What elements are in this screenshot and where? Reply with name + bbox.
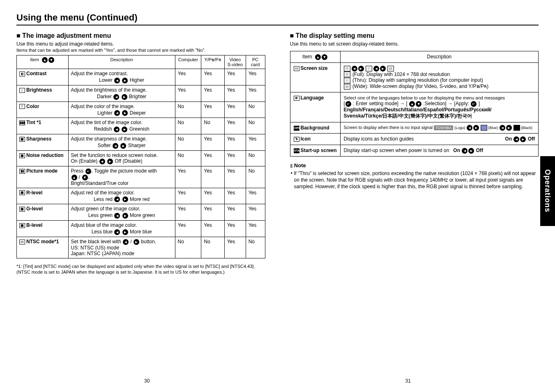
row-item: Noise reduction bbox=[26, 152, 64, 158]
val: Yes bbox=[224, 134, 246, 151]
right-icon bbox=[122, 213, 128, 219]
left-label: Darker bbox=[97, 94, 112, 99]
right-icon bbox=[506, 125, 512, 131]
lang-text: : Enter setting mode] → [ bbox=[352, 101, 409, 106]
table-row: ▭NTSC mode*1 Set the black level with / … bbox=[17, 237, 265, 258]
val: No bbox=[175, 134, 201, 151]
icon-desc: Display icons as function guides bbox=[344, 136, 414, 142]
right-icon bbox=[107, 159, 113, 164]
bg-black-label: (Black) bbox=[521, 126, 532, 130]
row-item: R-level bbox=[26, 190, 42, 196]
left-icon bbox=[462, 148, 467, 154]
blue-swatch-icon bbox=[481, 125, 487, 131]
table-row: ▮▮Picture mode Press . Toggle the pictur… bbox=[17, 166, 265, 188]
val: Yes bbox=[224, 188, 246, 204]
left-label: Lighter bbox=[97, 110, 113, 116]
val: No bbox=[175, 151, 201, 166]
header-description: Description bbox=[68, 55, 175, 69]
up-icon bbox=[409, 101, 415, 107]
left-icon bbox=[123, 239, 129, 245]
val: Yes bbox=[246, 188, 265, 204]
ntsc-text: US: NTSC (US) mode bbox=[71, 245, 119, 251]
val: Yes bbox=[201, 134, 224, 151]
table-row: ▩Sharpness Adjust the sharpness of the i… bbox=[17, 134, 265, 151]
sharpness-icon: ▩ bbox=[19, 137, 25, 142]
noise-icon: ▦ bbox=[19, 153, 25, 158]
glevel-icon: ▦ bbox=[19, 207, 25, 212]
table-header-row: Item Description Computer Y/Pʙ/Pʀ Video … bbox=[17, 55, 265, 69]
table-row: ⊕Language Select one of the languages be… bbox=[290, 92, 539, 122]
val: Yes bbox=[175, 188, 201, 204]
startup-desc: Display start-up screen when power is tu… bbox=[344, 148, 449, 153]
ntsc-text: Japan: NTSC (JAPAN) mode bbox=[71, 251, 135, 256]
val: Yes bbox=[201, 101, 224, 118]
down-icon bbox=[322, 54, 327, 60]
wide-text: (Wide): Wide-screen display (for Video, … bbox=[352, 83, 488, 89]
val2: Yes bbox=[224, 69, 246, 85]
val: Yes bbox=[246, 204, 265, 221]
val: Yes bbox=[224, 151, 246, 166]
val: Yes bbox=[201, 188, 224, 204]
down-icon bbox=[416, 101, 421, 107]
left-label: Less green bbox=[88, 212, 113, 218]
right-icon bbox=[520, 136, 526, 142]
row-item: Picture mode bbox=[26, 168, 58, 174]
right-icon bbox=[358, 66, 364, 71]
row-item: Sharpness bbox=[26, 136, 51, 142]
val: Yes bbox=[175, 85, 201, 101]
right-label: Sharper bbox=[128, 143, 146, 148]
right-label: Brighter bbox=[129, 94, 146, 99]
on-label: On bbox=[505, 136, 512, 142]
table-row: ▦G-level Adjust green of the image color… bbox=[17, 204, 265, 221]
right-label: Greenish bbox=[129, 126, 150, 132]
full-icon: □ bbox=[344, 71, 350, 77]
row-desc: Adjust the tint of the image color. bbox=[71, 120, 143, 125]
rlevel-icon: ▦ bbox=[19, 190, 25, 195]
ntsc-text: Set the black level with bbox=[71, 239, 122, 244]
header-description: Description bbox=[340, 51, 538, 63]
row-desc: Adjust blue of the image color. bbox=[71, 222, 137, 228]
startup-icon: START bbox=[294, 148, 299, 153]
lang-text: ] bbox=[477, 101, 480, 106]
row-item: Brightness bbox=[26, 87, 52, 93]
row-desc: Adjust the sharpness of the image. bbox=[71, 136, 147, 142]
left-icon bbox=[373, 66, 379, 71]
display-setting-table: Item Description ▭Screen size □ ▫ ▭ □ (F… bbox=[290, 51, 539, 157]
row-desc: Adjust the image contrast. bbox=[71, 71, 128, 76]
row-item: B-level bbox=[26, 222, 42, 228]
val: No bbox=[175, 101, 201, 118]
row-item: NTSC mode*1 bbox=[26, 239, 59, 244]
off-label: Off bbox=[528, 136, 535, 142]
table-row: STARTStart-up screen Display start-up sc… bbox=[290, 145, 539, 157]
table-row: ≡Color Adjust the color of the image. Li… bbox=[17, 101, 265, 118]
row-label: Screen size bbox=[301, 65, 328, 71]
val: Yes bbox=[175, 204, 201, 221]
page-num-right: 31 bbox=[405, 378, 411, 384]
lang-text: :Selection] → [Apply: bbox=[422, 101, 470, 106]
left-label: Lower bbox=[99, 77, 113, 83]
bg-text: Screen to display when there is no input… bbox=[344, 125, 434, 130]
left-label: Less red bbox=[94, 196, 113, 202]
down-icon bbox=[82, 175, 88, 180]
icon-row-icon: 🖰 bbox=[294, 137, 299, 142]
row-desc: Adjust the color of the image. bbox=[71, 104, 135, 109]
left-icon bbox=[114, 78, 120, 83]
val: No bbox=[175, 118, 201, 134]
left-label: Reddish bbox=[94, 126, 112, 132]
val: No bbox=[246, 101, 265, 118]
enter-icon bbox=[345, 101, 351, 107]
right-column: The display setting menu Use this menu t… bbox=[290, 32, 539, 275]
on-label: On bbox=[453, 148, 460, 153]
table-row: ▦Noise reduction Set the function to red… bbox=[17, 151, 265, 166]
table-row: ◐Contrast Adjust the image contrast. Low… bbox=[17, 69, 265, 85]
row-desc: Adjust green of the image color. bbox=[71, 206, 140, 212]
left-icon bbox=[114, 213, 120, 219]
val: Yes bbox=[224, 101, 246, 118]
image-adjustment-heading: The image adjustment menu bbox=[16, 32, 265, 39]
right-icon bbox=[122, 78, 128, 83]
left-icon bbox=[113, 143, 118, 149]
side-tab-operations: Operations bbox=[540, 156, 555, 226]
image-adjustment-sub1: Use this menu to adjust image-related it… bbox=[16, 41, 265, 47]
val: No bbox=[175, 237, 201, 258]
val: Yes bbox=[175, 221, 201, 237]
